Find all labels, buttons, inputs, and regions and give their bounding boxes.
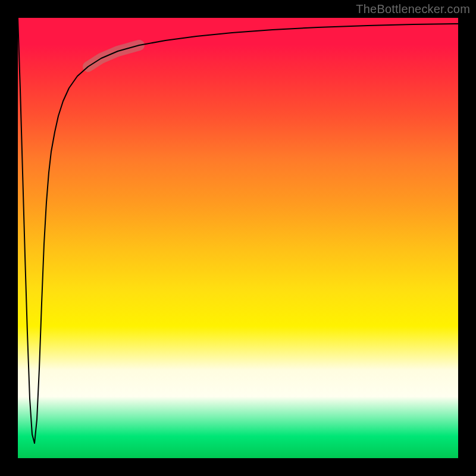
chart-frame: TheBottlenecker.com [0, 0, 476, 476]
curve-layer [18, 18, 458, 458]
watermark-text: TheBottlenecker.com [356, 2, 470, 16]
bottleneck-curve [18, 18, 458, 443]
curve-highlight-segment [88, 45, 139, 67]
plot-area [18, 18, 458, 458]
